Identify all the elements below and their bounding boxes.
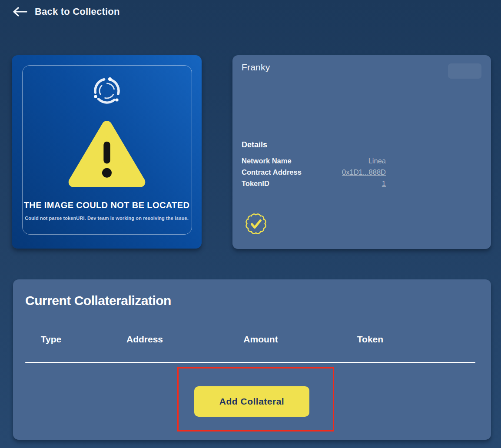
- detail-label: Contract Address: [242, 168, 302, 176]
- collateralization-panel: Current Collateralization Type Address A…: [13, 279, 491, 440]
- back-link-label: Back to Collection: [35, 6, 120, 17]
- verified-badge-icon: [243, 211, 269, 237]
- image-error-subtitle: Could not parse tokenURI. Dev team is wo…: [12, 216, 202, 221]
- column-header-address: Address: [89, 334, 200, 345]
- detail-label: Network Name: [242, 157, 292, 165]
- page: Back to Collection THE IMAGE COULD NOT B…: [0, 0, 501, 448]
- token-id-link[interactable]: 1: [382, 179, 386, 188]
- column-header-token: Token: [321, 334, 419, 345]
- detail-label: TokenID: [242, 179, 269, 188]
- detail-row-tokenid: TokenID 1: [242, 179, 386, 191]
- contract-address-link[interactable]: 0x1D1...888D: [342, 168, 386, 176]
- collateral-table-header: Type Address Amount Token: [13, 334, 491, 345]
- details-heading: Details: [242, 140, 267, 149]
- loading-spinner-icon: [90, 73, 124, 108]
- nft-name: Franky: [242, 62, 270, 73]
- table-header-divider: [25, 362, 475, 363]
- detail-row-contract: Contract Address 0x1D1...888D: [242, 168, 386, 179]
- add-collateral-button[interactable]: Add Collateral: [194, 386, 309, 417]
- back-arrow-icon: [12, 7, 28, 17]
- image-error-title: THE IMAGE COULD NOT BE LOCATED: [12, 200, 202, 210]
- loading-placeholder: [448, 63, 481, 79]
- nft-image-card: THE IMAGE COULD NOT BE LOCATED Could not…: [12, 55, 202, 249]
- detail-row-network: Network Name Linea: [242, 157, 386, 168]
- back-to-collection-link[interactable]: Back to Collection: [12, 6, 120, 17]
- network-name-link[interactable]: Linea: [368, 157, 386, 165]
- column-header-amount: Amount: [200, 334, 321, 345]
- warning-triangle-icon: [66, 119, 148, 189]
- nft-details-card: Franky Details Network Name Linea Contra…: [232, 55, 491, 249]
- collateralization-title: Current Collateralization: [25, 293, 171, 308]
- column-header-type: Type: [13, 334, 89, 345]
